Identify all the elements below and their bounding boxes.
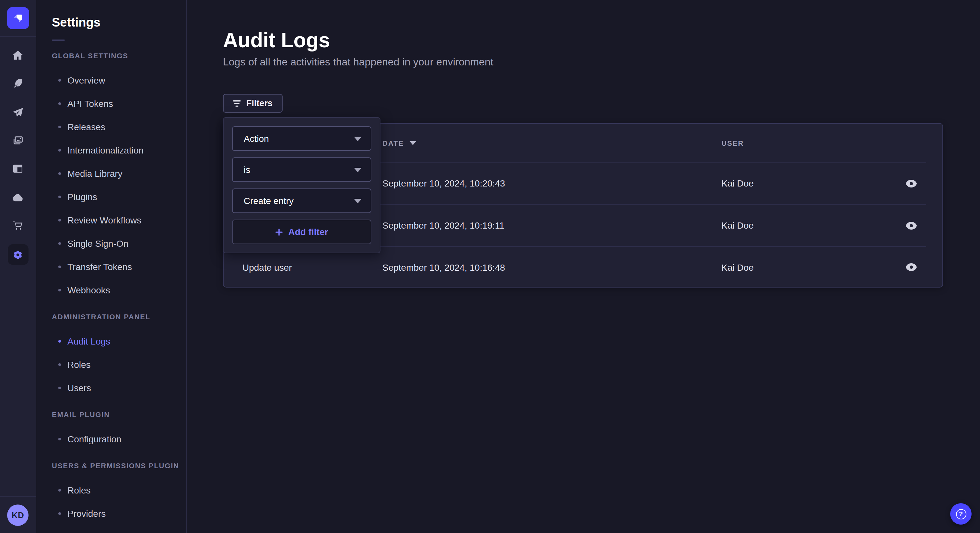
sidebar-item-label: Providers [67,508,106,519]
filter-popover: Action is Create entry Add filter [223,117,380,253]
sidebar-item-webhooks[interactable]: Webhooks [52,279,186,302]
feather-icon[interactable] [10,75,25,90]
sidebar-item-label: Media Library [67,168,123,179]
strapi-logo[interactable] [7,7,29,29]
sidebar-item-label: Single Sign-On [67,238,128,249]
sidebar-item-transfer-tokens[interactable]: Transfer Tokens [52,255,186,279]
nav-divider-bottom [0,496,36,497]
view-details-button[interactable] [905,261,917,273]
filter-field-select[interactable]: Action [232,126,371,151]
cell-user: Kai Doe [721,262,902,272]
sidebar-item-audit-logs[interactable]: Audit Logs [52,330,186,353]
sidebar-item-internationalization[interactable]: Internationalization [52,139,186,162]
sidebar-item-up-roles[interactable]: Roles [52,479,186,502]
help-button[interactable]: ? [950,503,972,525]
bullet-icon [58,195,61,198]
add-filter-label: Add filter [288,227,328,237]
sidebar-item-label: Plugins [67,192,97,202]
filter-icon [233,99,241,107]
sidebar-item-label: Transfer Tokens [67,262,132,272]
bullet-icon [58,125,61,128]
sidebar-item-label: Internationalization [67,145,143,155]
bullet-icon [58,102,61,105]
plus-icon [275,228,283,235]
cloud-icon[interactable] [10,190,25,205]
sidebar-item-overview[interactable]: Overview [52,69,186,92]
sidebar-item-media-library[interactable]: Media Library [52,162,186,185]
sidebar-item-email-configuration[interactable]: Configuration [52,427,186,451]
media-gallery-icon[interactable] [10,133,25,148]
gear-icon [11,248,25,261]
filters-button[interactable]: Filters [223,94,282,113]
filter-operator-value: is [244,165,250,175]
sidebar-item-label: Webhooks [67,285,110,295]
bullet-icon [58,79,61,82]
eye-icon [905,221,917,230]
bullet-icon [58,219,61,222]
section-label-email-plugin: EMAIL PLUGIN [52,410,186,420]
column-header-user: USER [721,139,902,147]
bullet-icon [58,242,61,245]
bullet-icon [58,489,61,492]
filter-value-value: Create entry [244,195,294,206]
app-root: KD Settings GLOBAL SETTINGS Overview API… [0,0,980,533]
sidebar-item-label: Review Workflows [67,215,141,225]
sidebar-item-single-sign-on[interactable]: Single Sign-On [52,232,186,255]
page-subtitle: Logs of all the activities that happened… [223,55,943,69]
bullet-icon [58,387,61,389]
bullet-icon [58,289,61,292]
sidebar-item-up-providers[interactable]: Providers [52,502,186,525]
cell-date: September 10, 2024, 10:19:11 [382,220,721,230]
bullet-icon [58,363,61,366]
shopping-cart-icon[interactable] [10,217,25,233]
eye-icon [905,179,917,187]
home-icon[interactable] [10,47,25,63]
filters-button-label: Filters [246,98,272,108]
cell-date: September 10, 2024, 10:16:48 [382,262,721,272]
sidebar-item-label: Roles [67,359,91,370]
sidebar-item-label: Releases [67,122,105,132]
sidebar-item-admin-roles[interactable]: Roles [52,353,186,376]
column-header-date[interactable]: DATE [382,139,721,147]
date-header-label: DATE [382,139,404,147]
section-label-users-permissions-plugin: USERS & PERMISSIONS PLUGIN [52,461,186,471]
settings-nav-active[interactable] [8,244,28,265]
sidebar-item-releases[interactable]: Releases [52,115,186,139]
add-filter-button[interactable]: Add filter [232,219,371,244]
bullet-icon [58,149,61,152]
bullet-icon [58,512,61,515]
cell-date: September 10, 2024, 10:20:43 [382,178,721,189]
filter-value-select[interactable]: Create entry [232,189,371,213]
view-details-button[interactable] [905,219,917,231]
sidebar-item-admin-users[interactable]: Users [52,376,186,400]
bullet-icon [58,265,61,268]
layout-icon[interactable] [10,161,25,176]
paper-plane-icon[interactable] [10,104,25,120]
section-label-global-settings: GLOBAL SETTINGS [52,51,186,61]
sidebar-title-rule [52,40,65,41]
view-details-button[interactable] [905,178,917,189]
main-content: Audit Logs Logs of all the activities th… [187,0,980,533]
chevron-down-icon [354,136,362,141]
sort-desc-icon [410,141,416,145]
sidebar-item-api-tokens[interactable]: API Tokens [52,92,186,115]
sidebar-item-label: API Tokens [67,98,113,109]
filter-operator-select[interactable]: is [232,157,371,182]
sidebar-item-plugins[interactable]: Plugins [52,185,186,209]
bullet-icon [58,438,61,440]
bullet-icon [58,340,61,343]
settings-sidebar: Settings GLOBAL SETTINGS Overview API To… [36,0,187,533]
user-avatar[interactable]: KD [7,504,29,525]
eye-icon [905,263,917,271]
sidebar-item-label: Roles [67,485,91,495]
cell-action: Update user [224,262,382,272]
sidebar-item-label: Audit Logs [67,336,110,346]
sidebar-item-review-workflows[interactable]: Review Workflows [52,209,186,232]
cell-user: Kai Doe [721,178,902,189]
sidebar-item-label: Overview [67,75,105,86]
filter-field-value: Action [244,133,269,144]
sidebar-item-label: Configuration [67,434,121,444]
strapi-logo-icon [11,11,25,25]
main-nav: KD [0,0,36,533]
nav-divider [0,36,36,37]
